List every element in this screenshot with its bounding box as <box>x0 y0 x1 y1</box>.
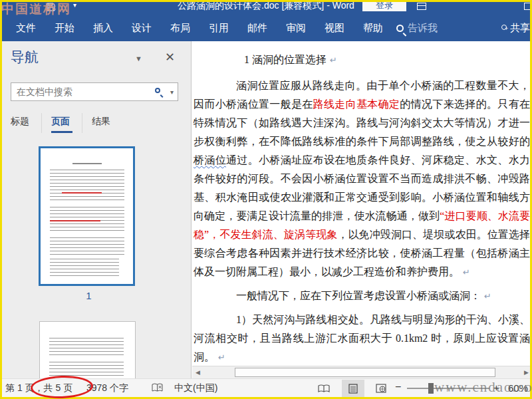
search-input[interactable] <box>11 83 144 100</box>
paragraph-mark: ↵ <box>330 55 337 65</box>
paragraph-1: 涵洞位置应服从路线走向。由于单个小桥涵的工程数量不大，因而小桥涵位置一般是在路线… <box>194 76 530 282</box>
proofing-error-icon[interactable] <box>152 383 163 395</box>
paragraph-mark: ↵ <box>463 267 470 277</box>
navigation-pane-title: 导航 <box>11 48 39 66</box>
zoom-slider[interactable] <box>407 388 489 389</box>
quick-access-dropdown-icon[interactable]: ▾ <box>73 1 76 9</box>
web-layout-button[interactable] <box>370 380 392 397</box>
word-window: ▾ 公路涵洞的设计体会.doc [兼容模式] - Word 登录 文件开始插入设… <box>0 0 532 399</box>
ribbon-tab-6[interactable]: 邮件 <box>238 15 277 41</box>
tell-me-box[interactable]: 告诉我 <box>396 15 438 41</box>
search-icon <box>396 25 404 32</box>
search-magnifier-icon[interactable] <box>155 88 160 93</box>
search-options-dropdown-icon[interactable]: ▾ <box>170 88 174 96</box>
print-layout-button[interactable] <box>342 380 364 397</box>
page-thumbnail-2[interactable] <box>39 321 136 378</box>
navigation-pane: 导航 ▼ ✕ ▾ 标题页面结果 1 <box>0 41 192 378</box>
text-segment: 1）天然河沟与路线相交处。凡路线与明显沟形的干沟、小溪、河流相交时，且当路线上游… <box>194 314 530 362</box>
share-person-icon <box>500 25 507 31</box>
page-thumbnail-1[interactable] <box>39 146 135 286</box>
sign-in-button[interactable]: 登录 <box>362 0 406 11</box>
paragraph-2: 一般情况下，应在下列位置考虑设置小桥涵或涵洞：↵ <box>194 287 530 306</box>
ribbon-tab-8[interactable]: 视图 <box>315 15 354 41</box>
page-thumbnail-1-number: 1 <box>39 290 139 301</box>
tell-me-label: 告诉我 <box>408 22 438 35</box>
navigation-pane-close-icon[interactable]: ✕ <box>165 50 175 65</box>
paragraph-mark: ↵ <box>218 352 225 362</box>
horizontal-scrollbar: ◀ ▶ <box>192 366 532 378</box>
scroll-left-icon[interactable]: ◀ <box>192 366 203 378</box>
horizontal-scrollbar-thumb[interactable] <box>235 368 495 377</box>
ribbon-tab-9[interactable]: 帮助 <box>354 15 392 41</box>
paragraph-0: 1 涵洞的位置选择↵ <box>194 51 530 70</box>
scroll-right-icon[interactable]: ▶ <box>521 366 532 378</box>
window-restore-icon[interactable] <box>524 3 532 10</box>
navigation-tabs: 标题页面结果 <box>11 113 132 133</box>
window-title: 公路涵洞的设计体会.doc [兼容模式] - Word <box>160 0 372 12</box>
word-count-status[interactable]: 3978 个字 <box>86 382 128 394</box>
text-segment: 1 涵洞的位置选择 <box>244 54 327 65</box>
ribbon-tab-4[interactable]: 布局 <box>161 15 200 41</box>
text-segment: 桥涵位 <box>194 154 226 166</box>
ribbon-tab-1[interactable]: 开始 <box>45 15 84 41</box>
ribbon-tab-7[interactable]: 审阅 <box>277 15 315 41</box>
ribbon-tab-2[interactable]: 插入 <box>84 15 122 41</box>
zoom-out-icon[interactable]: − <box>395 381 401 393</box>
ribbon-tabs: 文件开始插入设计布局引用邮件审阅视图帮助 <box>7 15 392 41</box>
zoom-level[interactable]: 60% <box>508 382 528 394</box>
share-button[interactable]: 共享 <box>500 15 530 41</box>
read-mode-button[interactable] <box>313 380 335 397</box>
navigation-pane-dropdown-icon[interactable]: ▼ <box>135 55 142 63</box>
ribbon-tab-bar: 文件开始插入设计布局引用邮件审阅视图帮助 告诉我 共享 <box>0 15 532 41</box>
document-canvas[interactable]: 1 涵洞的位置选择↵涵洞位置应服从路线走向。由于单个小桥涵的工程数量不大，因而小… <box>192 41 532 366</box>
title-bar: ▾ 公路涵洞的设计体会.doc [兼容模式] - Word 登录 <box>0 0 532 15</box>
paragraph-mark: ↵ <box>484 291 491 301</box>
ribbon-tab-3[interactable]: 设计 <box>122 15 161 41</box>
ribbon-tab-5[interactable]: 引用 <box>200 15 238 41</box>
zoom-slider-notch <box>447 385 448 392</box>
language-status[interactable]: 中文(中国) <box>174 382 217 394</box>
nav-tab-2[interactable]: 结果 <box>92 113 122 133</box>
text-segment: 一般情况下，应在下列位置考虑设置小桥涵或涵洞： <box>236 290 481 301</box>
zoom-slider-thumb[interactable] <box>428 383 434 394</box>
document-text: 1 涵洞的位置选择↵涵洞位置应服从路线走向。由于单个小桥涵的工程数量不大，因而小… <box>194 51 530 366</box>
ribbon-display-options-icon[interactable] <box>417 3 426 10</box>
page-number-status[interactable]: 第 1 页，共 5 页 <box>5 382 72 394</box>
nav-tab-1[interactable]: 页面 <box>51 113 82 133</box>
paragraph-3: 1）天然河沟与路线相交处。凡路线与明显沟形的干沟、小溪、河流相交时，且当路线上游… <box>194 311 530 366</box>
share-label: 共享 <box>510 22 530 35</box>
nav-tab-0[interactable]: 标题 <box>11 113 42 133</box>
red-text-segment: 路线走向基本确定 <box>313 98 400 110</box>
save-icon[interactable] <box>47 2 55 14</box>
zoom-in-icon[interactable]: + <box>493 382 499 393</box>
document-search-box: ▾ <box>11 82 178 101</box>
ribbon-tab-0[interactable]: 文件 <box>7 15 45 41</box>
status-bar: 第 1 页，共 5 页 3978 个字 中文(中国) − + 60% <box>0 378 532 397</box>
